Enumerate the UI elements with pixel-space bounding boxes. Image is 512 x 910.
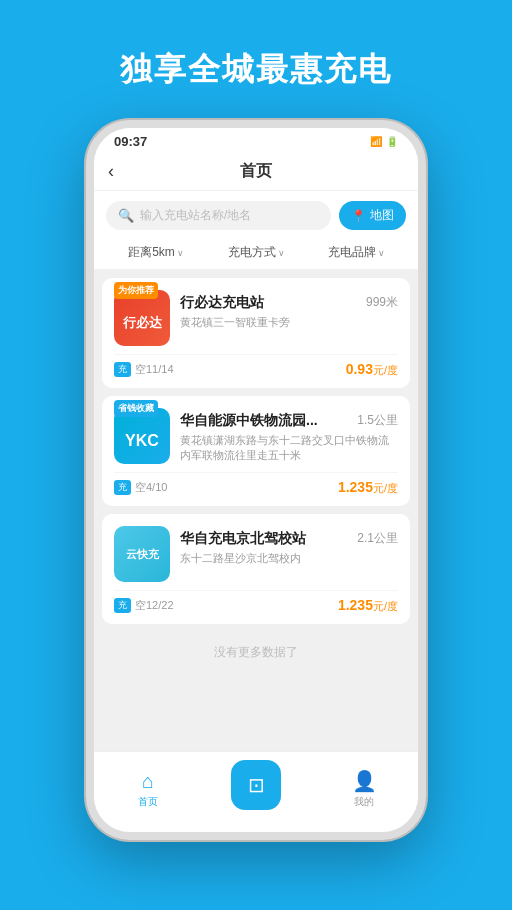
- back-button[interactable]: ‹: [108, 161, 114, 182]
- avail-text: 空12/22: [135, 598, 174, 613]
- station-logo: 云快充: [114, 526, 170, 582]
- tab-home[interactable]: ⌂ 首页: [94, 770, 202, 809]
- station-list: 为你推荐 行必达 行必达充电站 999米 黄花镇三一智联重卡旁 充 空11/14: [94, 270, 418, 751]
- avail-info: 充 空12/22: [114, 598, 174, 613]
- scan-button[interactable]: ⊡: [231, 760, 281, 810]
- filter-distance-arrow: ∨: [177, 248, 184, 258]
- filter-brand-arrow: ∨: [378, 248, 385, 258]
- station-name: 华自能源中铁物流园...: [180, 412, 349, 430]
- filter-brand-label: 充电品牌: [328, 244, 376, 261]
- search-icon: 🔍: [118, 208, 134, 223]
- tab-mine-label: 我的: [354, 795, 374, 809]
- station-price: 1.235元/度: [338, 479, 398, 496]
- tab-bar: ⌂ 首页 ⊡ 👤 我的: [94, 751, 418, 832]
- station-card[interactable]: 为你推荐 行必达 行必达充电站 999米 黄花镇三一智联重卡旁 充 空11/14: [102, 278, 410, 388]
- location-icon: 📍: [351, 209, 366, 223]
- map-label: 地图: [370, 207, 394, 224]
- card-top: 为你推荐 行必达 行必达充电站 999米 黄花镇三一智联重卡旁: [114, 290, 398, 346]
- filter-brand[interactable]: 充电品牌 ∨: [306, 244, 406, 261]
- card-bottom: 充 空12/22 1.235元/度: [114, 590, 398, 614]
- station-name: 行必达充电站: [180, 294, 358, 312]
- card-name-row: 行必达充电站 999米: [180, 294, 398, 312]
- station-tag: 省钱收藏: [114, 400, 158, 417]
- status-icons: 📶 🔋: [370, 136, 398, 147]
- station-address: 黄花镇三一智联重卡旁: [180, 315, 398, 330]
- card-name-row: 华自能源中铁物流园... 1.5公里: [180, 412, 398, 430]
- card-bottom: 充 空4/10 1.235元/度: [114, 472, 398, 496]
- search-box[interactable]: 🔍 输入充电站名称/地名: [106, 201, 331, 230]
- network-icon: 📶: [370, 136, 382, 147]
- tab-scan[interactable]: ⊡: [202, 760, 310, 818]
- filter-charge-type[interactable]: 充电方式 ∨: [206, 244, 306, 261]
- scan-icon: ⊡: [248, 773, 265, 797]
- station-address: 东十二路星沙京北驾校内: [180, 551, 398, 566]
- search-placeholder: 输入充电站名称/地名: [140, 207, 251, 224]
- hero-title: 独享全城最惠充电: [120, 48, 392, 92]
- card-info: 华自能源中铁物流园... 1.5公里 黄花镇潇湖东路与东十二路交叉口中铁物流内军…: [180, 408, 398, 464]
- filter-charge-type-label: 充电方式: [228, 244, 276, 261]
- search-area: 🔍 输入充电站名称/地名 📍 地图: [94, 191, 418, 238]
- filter-distance[interactable]: 距离5km ∨: [106, 244, 206, 261]
- phone-frame: 09:37 📶 🔋 ‹ 首页 🔍 输入充电站名称/地名 📍 地图 距离5km ∨…: [86, 120, 426, 840]
- price-value: 1.235: [338, 597, 373, 613]
- card-top: 省钱收藏 YKC 华自能源中铁物流园... 1.5公里 黄花镇潇湖东路与东十二路…: [114, 408, 398, 464]
- avail-icon: 充: [114, 598, 131, 613]
- price-value: 1.235: [338, 479, 373, 495]
- no-more-text: 没有更多数据了: [102, 632, 410, 673]
- station-distance: 2.1公里: [357, 530, 398, 547]
- station-address: 黄花镇潇湖东路与东十二路交叉口中铁物流内军联物流往里走五十米: [180, 433, 398, 464]
- station-card[interactable]: 云快充 华自充电京北驾校站 2.1公里 东十二路星沙京北驾校内 充 空12/22…: [102, 514, 410, 624]
- logo-text: 云快充: [126, 547, 159, 562]
- station-logo: 省钱收藏 YKC: [114, 408, 170, 464]
- tab-mine[interactable]: 👤 我的: [310, 769, 418, 809]
- filter-distance-label: 距离5km: [128, 244, 175, 261]
- avail-info: 充 空11/14: [114, 362, 174, 377]
- avail-info: 充 空4/10: [114, 480, 167, 495]
- card-info: 行必达充电站 999米 黄花镇三一智联重卡旁: [180, 290, 398, 330]
- filter-bar: 距离5km ∨ 充电方式 ∨ 充电品牌 ∨: [94, 238, 418, 270]
- station-logo: 为你推荐 行必达: [114, 290, 170, 346]
- card-info: 华自充电京北驾校站 2.1公里 东十二路星沙京北驾校内: [180, 526, 398, 566]
- station-price: 1.235元/度: [338, 597, 398, 614]
- top-nav: ‹ 首页: [94, 153, 418, 191]
- price-unit: 元/度: [373, 364, 398, 376]
- station-card[interactable]: 省钱收藏 YKC 华自能源中铁物流园... 1.5公里 黄花镇潇湖东路与东十二路…: [102, 396, 410, 506]
- station-tag: 为你推荐: [114, 282, 158, 299]
- avail-text: 空4/10: [135, 480, 167, 495]
- price-unit: 元/度: [373, 600, 398, 612]
- station-distance: 999米: [366, 294, 398, 311]
- station-price: 0.93元/度: [346, 361, 398, 378]
- price-value: 0.93: [346, 361, 373, 377]
- price-unit: 元/度: [373, 482, 398, 494]
- home-icon: ⌂: [142, 770, 154, 793]
- avail-text: 空11/14: [135, 362, 174, 377]
- avail-icon: 充: [114, 480, 131, 495]
- card-bottom: 充 空11/14 0.93元/度: [114, 354, 398, 378]
- avail-icon: 充: [114, 362, 131, 377]
- station-distance: 1.5公里: [357, 412, 398, 429]
- logo-text: 行必达: [123, 314, 162, 332]
- station-name: 华自充电京北驾校站: [180, 530, 349, 548]
- battery-icon: 🔋: [386, 136, 398, 147]
- tab-home-label: 首页: [138, 795, 158, 809]
- logo-text: YKC: [125, 432, 159, 450]
- card-name-row: 华自充电京北驾校站 2.1公里: [180, 530, 398, 548]
- status-bar: 09:37 📶 🔋: [94, 128, 418, 153]
- page-title: 首页: [240, 161, 272, 182]
- card-top: 云快充 华自充电京北驾校站 2.1公里 东十二路星沙京北驾校内: [114, 526, 398, 582]
- map-button[interactable]: 📍 地图: [339, 201, 406, 230]
- filter-charge-type-arrow: ∨: [278, 248, 285, 258]
- status-time: 09:37: [114, 134, 147, 149]
- user-icon: 👤: [352, 769, 377, 793]
